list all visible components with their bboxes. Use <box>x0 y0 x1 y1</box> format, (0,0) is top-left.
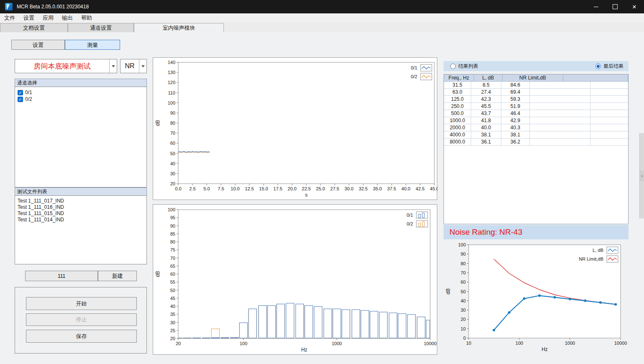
collapse-handle[interactable]: ‹ <box>640 170 644 181</box>
empty-cell <box>590 138 628 146</box>
svg-text:L, dB: L, dB <box>593 248 603 253</box>
titlebar: MCR Beta 2.05.0.001 20230418 ✕ <box>0 0 644 13</box>
maximize-icon <box>613 4 618 9</box>
channel-item[interactable]: 0/1 <box>15 89 146 96</box>
file-item[interactable]: Test 1_111_016_IND <box>18 204 146 210</box>
table-row[interactable]: 125.0 42.3 59.3 <box>444 96 628 103</box>
main-tab[interactable]: 室内噪声模块 <box>134 23 224 32</box>
svg-text:25: 25 <box>170 328 175 333</box>
spectrum-chart: 2025303540455055606570758085909510020100… <box>153 204 437 355</box>
window-title: MCR Beta 2.05.0.001 20230418 <box>17 4 89 10</box>
main-tab[interactable]: 通道设置 <box>68 23 134 32</box>
freq-cell: 63.0 <box>444 89 471 96</box>
table-row[interactable]: 31.5 8.5 84.6 <box>444 82 628 89</box>
empty-cell <box>530 96 590 103</box>
svg-text:60: 60 <box>461 279 466 285</box>
svg-text:75: 75 <box>170 247 175 252</box>
svg-text:120: 120 <box>168 80 175 85</box>
level-cell: 8.5 <box>471 82 501 89</box>
svg-text:0/2: 0/2 <box>407 221 413 226</box>
freq-cell: 8000.0 <box>444 138 471 146</box>
save-button[interactable]: 保存 <box>26 330 137 343</box>
file-item[interactable]: Test 1_111_015_IND <box>18 210 146 217</box>
table-header-cell <box>628 74 628 82</box>
svg-text:35: 35 <box>170 312 175 317</box>
menu-item[interactable]: 文件 <box>0 13 19 23</box>
nr-chart: 010203040506070809010010100100010000dBHz… <box>444 241 629 355</box>
file-item[interactable]: Test 1_111_014_IND <box>18 217 146 223</box>
table-row[interactable]: 500.0 43.7 46.4 <box>444 110 628 117</box>
table-row[interactable]: 4000.0 38.1 38.1 <box>444 131 628 138</box>
close-button[interactable]: ✕ <box>625 0 644 13</box>
channel-listbox: 0/1 0/2 <box>15 87 147 187</box>
last-result-option[interactable]: 最后结果 <box>595 63 623 70</box>
table-row[interactable]: 63.0 27.4 69.4 <box>444 89 628 96</box>
table-header-cell: NR Limit,dB <box>503 74 563 82</box>
svg-text:25.0: 25.0 <box>316 186 325 191</box>
svg-text:40: 40 <box>170 304 175 309</box>
test-combo-arrow[interactable] <box>109 59 117 73</box>
svg-text:20: 20 <box>461 317 466 322</box>
svg-text:30: 30 <box>170 171 175 176</box>
table-row[interactable]: 250.0 45.5 51.9 <box>444 103 628 110</box>
svg-text:50: 50 <box>170 288 175 293</box>
level-cell: 36.1 <box>471 138 501 146</box>
table-row[interactable]: 1000.0 41.8 42.9 <box>444 117 628 124</box>
radio-off-icon[interactable] <box>450 64 456 69</box>
test-number-input[interactable] <box>25 271 98 281</box>
menu-item[interactable]: 输出 <box>58 13 77 23</box>
empty-cell <box>530 131 590 138</box>
svg-text:0: 0 <box>463 336 466 341</box>
menu-item[interactable]: 设置 <box>19 13 38 23</box>
test-name-combo[interactable]: 房间本底噪声测试 <box>15 59 117 73</box>
menu-item[interactable]: 应用 <box>38 13 58 23</box>
start-button[interactable]: 开始 <box>26 297 137 310</box>
result-list-option[interactable]: 结果列表 <box>450 63 478 70</box>
svg-text:55: 55 <box>170 279 175 285</box>
table-row[interactable]: 8000.0 36.1 36.2 <box>444 138 628 146</box>
file-item[interactable]: Test 1_111_017_IND <box>18 198 146 204</box>
svg-text:Hz: Hz <box>541 346 548 352</box>
level-cell: 38.1 <box>471 131 501 138</box>
table-row[interactable]: 2000.0 40.0 40.3 <box>444 124 628 131</box>
nr-limit-cell: 46.4 <box>501 110 530 117</box>
menu-item[interactable]: 帮助 <box>77 13 96 23</box>
empty-cell <box>530 138 590 146</box>
svg-text:85: 85 <box>170 231 175 236</box>
test-name-value: 房间本底噪声测试 <box>15 59 109 73</box>
level-cell: 42.3 <box>471 96 501 103</box>
radio-on-icon[interactable] <box>595 64 601 69</box>
maximize-button[interactable] <box>606 0 625 13</box>
sub-tabs: 设置测量 <box>11 40 120 50</box>
svg-text:110: 110 <box>168 90 175 95</box>
nr-limit-cell: 36.2 <box>501 138 530 146</box>
svg-text:20: 20 <box>170 181 175 186</box>
table-empty-area <box>444 146 628 224</box>
svg-text:1000: 1000 <box>332 341 342 346</box>
svg-text:0/1: 0/1 <box>411 65 417 70</box>
svg-text:0/1: 0/1 <box>407 213 413 218</box>
minimize-button[interactable] <box>586 0 606 13</box>
app-window: MCR Beta 2.05.0.001 20230418 ✕ 文件设置应用输出帮… <box>0 0 644 364</box>
right-splitter[interactable]: ‹ <box>639 133 644 218</box>
channel-item[interactable]: 0/2 <box>15 96 146 103</box>
svg-text:45.0: 45.0 <box>430 186 438 191</box>
rating-type-combo[interactable]: NR <box>120 59 147 73</box>
svg-text:10.0: 10.0 <box>231 186 239 191</box>
rating-combo-arrow[interactable] <box>139 59 146 73</box>
nr-limit-cell: 40.3 <box>501 124 530 131</box>
main-tab[interactable]: 文档设置 <box>0 23 68 32</box>
svg-text:27.5: 27.5 <box>330 186 339 191</box>
svg-text:12.5: 12.5 <box>245 186 254 191</box>
new-button[interactable]: 新建 <box>98 271 137 281</box>
svg-text:70: 70 <box>170 131 175 136</box>
svg-text:100: 100 <box>168 100 175 105</box>
checkbox-checked-icon[interactable] <box>18 97 23 102</box>
nr-limit-cell: 51.9 <box>501 103 530 110</box>
sub-tab[interactable]: 测量 <box>65 40 120 50</box>
empty-cell <box>530 82 590 89</box>
svg-text:35.0: 35.0 <box>373 186 382 191</box>
close-icon: ✕ <box>632 4 637 10</box>
sub-tab[interactable]: 设置 <box>11 40 65 50</box>
checkbox-checked-icon[interactable] <box>18 90 23 95</box>
